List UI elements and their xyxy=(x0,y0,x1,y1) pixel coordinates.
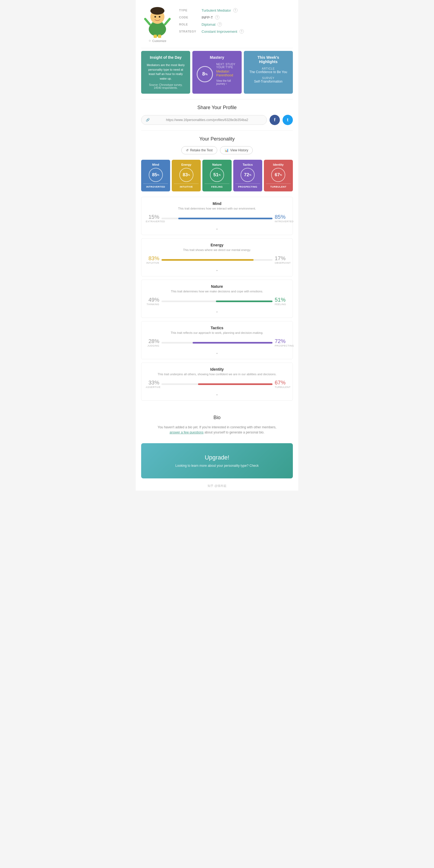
retake-icon: ↺ xyxy=(186,148,189,152)
trait-card-nature: Nature 51% FEELING xyxy=(202,160,231,191)
svg-point-1 xyxy=(149,22,166,36)
view-history-button[interactable]: 📊 View History xyxy=(220,146,253,154)
share-url-row: 🔗 https://www.16personalities.com/profil… xyxy=(141,115,293,125)
trait-bar-identity: Identity This trait underpins all others… xyxy=(141,363,293,401)
bio-questions-link[interactable]: answer a few questions xyxy=(170,431,203,434)
bio-title: Bio xyxy=(141,415,293,421)
bar-container-tactics xyxy=(162,342,272,344)
chevron-down-icon: ⌄ xyxy=(215,392,219,396)
highlight-survey-link[interactable]: Self-Transformation xyxy=(248,80,289,83)
type-value: Turbulent Mediator xyxy=(202,8,231,12)
chevron-expand-energy[interactable]: ⌄ xyxy=(146,268,288,272)
upgrade-desc: Looking to learn more about your persona… xyxy=(147,464,287,468)
svg-line-7 xyxy=(165,19,170,24)
highlight-article-link[interactable]: The Confidence to Be You xyxy=(248,70,289,74)
svg-point-4 xyxy=(154,16,156,18)
cards-row: Insight of the Day Mediators are the mos… xyxy=(136,48,298,99)
bio-text: You haven't added a bio yet. If you're i… xyxy=(141,425,293,435)
profile-code-row: CODE INFP-T ? xyxy=(179,15,293,20)
mastery-next-link[interactable]: Mediator: Parenthood xyxy=(216,69,237,77)
chevron-expand-nature[interactable]: ⌄ xyxy=(146,309,288,313)
mastery-circle: 8% xyxy=(197,66,213,82)
trait-bar-mind: Mind This trait determines how we intera… xyxy=(141,197,293,235)
bar-fill-nature xyxy=(216,301,272,302)
chevron-down-icon: ⌄ xyxy=(215,350,219,355)
bar-container-nature xyxy=(162,301,272,302)
share-title: Share Your Profile xyxy=(141,105,293,111)
chevron-down-icon: ⌄ xyxy=(215,309,219,313)
profile-details: TYPE Turbulent Mediator ? CODE INFP-T ? … xyxy=(179,5,293,36)
trait-card-tactics: Tactics 72% PROSPECTING xyxy=(233,160,262,191)
customize-link[interactable]: ☆ Customize xyxy=(148,39,166,42)
highlights-card: This Week's Highlights ARTICLE The Confi… xyxy=(244,51,293,94)
chevron-down-icon: ⌄ xyxy=(215,226,219,230)
code-info-icon[interactable]: ? xyxy=(215,15,220,20)
svg-rect-8 xyxy=(154,35,157,38)
bar-container-mind xyxy=(162,218,272,219)
upgrade-section: Upgrade! Looking to learn more about you… xyxy=(141,443,293,478)
strategy-value: Constant Improvement xyxy=(202,30,237,34)
profile-type-row: TYPE Turbulent Mediator ? xyxy=(179,8,293,12)
bar-fill-mind xyxy=(178,218,273,219)
history-icon: 📊 xyxy=(225,148,229,152)
code-value: INFP-T xyxy=(202,16,213,20)
bar-fill-energy xyxy=(162,259,254,261)
trait-bar-energy: Energy This trait shows where we direct … xyxy=(141,238,293,276)
profile-role-row: ROLE Diplomat ? xyxy=(179,22,293,27)
retake-test-button[interactable]: ↺ Retake the Test xyxy=(181,146,217,154)
bar-fill-tactics xyxy=(193,342,272,344)
mastery-content: 8% NEXT: STUDY YOUR TYPE Mediator: Paren… xyxy=(197,63,237,85)
share-url-box: 🔗 https://www.16personalities.com/profil… xyxy=(141,115,267,125)
insight-title: Insight of the Day xyxy=(145,55,186,60)
mastery-title: Mastery xyxy=(197,55,237,60)
svg-point-3 xyxy=(150,7,165,14)
avatar xyxy=(141,5,174,38)
mastery-next-label: NEXT: STUDY YOUR TYPE xyxy=(216,63,237,69)
insight-source: Source: Chronotype survey, 14540 respond… xyxy=(145,83,186,89)
trait-card-mind: Mind 85% INTROVERTED xyxy=(141,160,170,191)
personality-title: Your Personality xyxy=(141,136,293,142)
trait-bar-nature: Nature This trait determines how we make… xyxy=(141,280,293,318)
chevron-expand-mind[interactable]: ⌄ xyxy=(146,226,288,230)
svg-point-5 xyxy=(159,16,161,18)
mastery-card: Mastery 8% NEXT: STUDY YOUR TYPE Mediato… xyxy=(192,51,241,94)
profile-header: ☆ Customize TYPE Turbulent Mediator ? CO… xyxy=(136,0,298,48)
trait-card-energy: Energy 83% INTUITIVE xyxy=(172,160,201,191)
role-info-icon[interactable]: ? xyxy=(218,22,222,27)
type-info-icon[interactable]: ? xyxy=(233,8,238,12)
star-icon: ☆ xyxy=(148,39,151,42)
insight-text: Mediators are the most likely personalit… xyxy=(145,63,186,81)
strategy-info-icon[interactable]: ? xyxy=(239,29,244,34)
profile-strategy-row: STRATEGY Constant Improvement ? xyxy=(179,29,293,34)
facebook-share-button[interactable]: f xyxy=(269,115,280,125)
chevron-expand-identity[interactable]: ⌄ xyxy=(146,392,288,396)
highlight-survey: SURVEY Self-Transformation xyxy=(248,76,289,83)
chevron-expand-tactics[interactable]: ⌄ xyxy=(146,350,288,355)
trait-card-identity: Identity 67% TURBULENT xyxy=(264,160,293,191)
bar-container-identity xyxy=(162,383,272,385)
share-section: Share Your Profile 🔗 https://www.16perso… xyxy=(136,99,298,130)
upgrade-title: Upgrade! xyxy=(147,454,287,461)
highlights-title: This Week's Highlights xyxy=(248,55,289,64)
bio-section: Bio You haven't added a bio yet. If you'… xyxy=(136,409,298,440)
avatar-section: ☆ Customize xyxy=(141,5,174,42)
share-url-text[interactable]: https://www.16personalities.com/profiles… xyxy=(152,118,262,122)
trait-cards-row: Mind 85% INTROVERTED Energy 83% INTUITIV… xyxy=(141,160,293,191)
role-value: Diplomat xyxy=(202,23,215,27)
personality-btn-row: ↺ Retake the Test 📊 View History xyxy=(141,146,293,154)
twitter-share-button[interactable]: t xyxy=(283,115,293,125)
highlight-article: ARTICLE The Confidence to Be You xyxy=(248,67,289,74)
svg-rect-9 xyxy=(158,35,161,38)
link-icon: 🔗 xyxy=(146,118,150,122)
chevron-down-icon: ⌄ xyxy=(215,268,219,272)
mastery-info: NEXT: STUDY YOUR TYPE Mediator: Parentho… xyxy=(216,63,237,85)
trait-bars-container: Mind This trait determines how we intera… xyxy=(141,197,293,401)
bar-fill-identity xyxy=(198,383,272,385)
svg-line-6 xyxy=(145,19,150,24)
mastery-journey-link[interactable]: View the full journey › xyxy=(216,79,237,85)
insight-card: Insight of the Day Mediators are the mos… xyxy=(141,51,190,94)
personality-section: Your Personality ↺ Retake the Test 📊 Vie… xyxy=(136,131,298,409)
watermark: 知乎 @猫布盗 xyxy=(136,481,298,491)
bar-container-energy xyxy=(162,259,272,261)
trait-bar-tactics: Tactics This trait reflects our approach… xyxy=(141,321,293,359)
